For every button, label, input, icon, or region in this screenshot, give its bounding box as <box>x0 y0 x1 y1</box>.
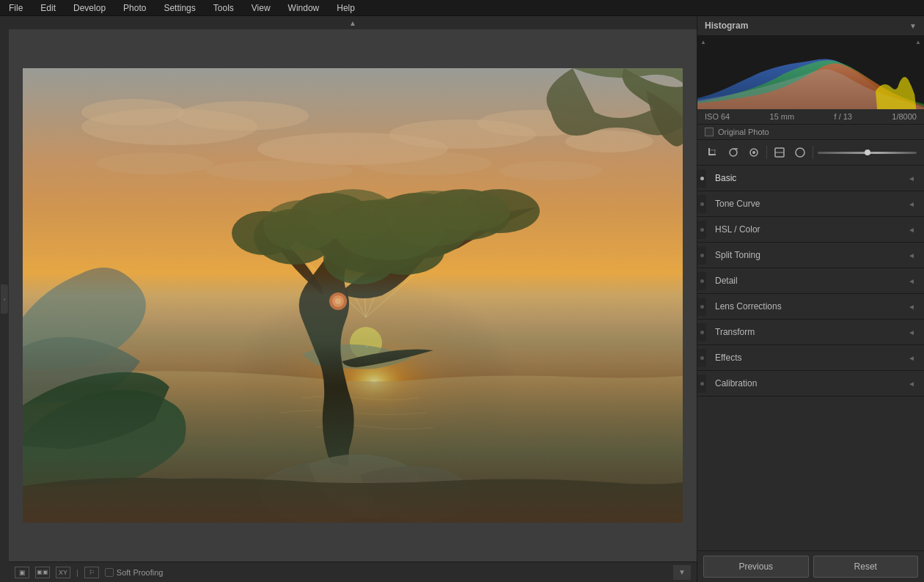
svg-point-33 <box>329 292 347 310</box>
flag-icon[interactable]: ⚐ <box>84 567 99 578</box>
menu-item-settings[interactable]: Settings <box>161 1 198 15</box>
panel-toggle-dot-calibration <box>700 382 704 386</box>
menu-item-file[interactable]: File <box>6 1 26 15</box>
svg-line-4 <box>366 222 404 317</box>
panel-row-effects[interactable]: Effects ◄ <box>697 345 924 371</box>
bottom-toolbar: ▣ ▣▣ XY | ⚐ Soft Proofing ▼ <box>9 561 697 582</box>
menu-item-tools[interactable]: Tools <box>210 1 237 15</box>
svg-point-11 <box>389 119 536 149</box>
reset-button[interactable]: Reset <box>813 556 919 578</box>
svg-point-13 <box>565 130 653 152</box>
crop-tool[interactable] <box>705 144 721 161</box>
svg-point-30 <box>386 191 481 246</box>
svg-point-2 <box>350 327 382 359</box>
spot-removal-tool[interactable] <box>725 144 741 161</box>
panel-row-lens-corrections[interactable]: Lens Corrections ◄ <box>697 294 924 320</box>
tools-separator-1 <box>766 146 767 159</box>
previous-button[interactable]: Previous <box>703 556 809 578</box>
panel-row-transform[interactable]: Transform ◄ <box>697 320 924 345</box>
histogram-canvas: ▲ ▲ <box>697 36 924 109</box>
panel-arrow-hsl-color: ◄ <box>908 226 915 234</box>
svg-point-12 <box>477 110 595 136</box>
svg-point-15 <box>96 152 213 174</box>
top-expand-bar[interactable]: ▲ <box>9 16 697 29</box>
left-panel-toggle-button[interactable]: › <box>1 284 8 314</box>
panel-label-text-hsl-color: HSL / Color <box>715 224 760 235</box>
panel-toggle-dot-detail <box>700 279 704 283</box>
radial-filter-tool[interactable] <box>792 144 808 161</box>
panel-toggle-hsl-color[interactable] <box>697 221 706 239</box>
panel-toggle-effects[interactable] <box>697 349 706 367</box>
panel-label-text-basic: Basic <box>715 173 736 183</box>
svg-point-9 <box>177 101 309 130</box>
iso-value: ISO 64 <box>705 112 730 121</box>
photo-container <box>23 68 683 523</box>
panel-arrow-detail: ◄ <box>908 277 915 285</box>
original-photo-label: Original Photo <box>718 128 769 136</box>
soft-proofing-checkbox[interactable] <box>105 568 114 577</box>
panel-toggle-dot-basic <box>700 177 704 180</box>
panel-toggle-lens-corrections[interactable] <box>697 298 706 316</box>
menu-item-window[interactable]: Window <box>285 1 323 15</box>
panel-toggle-transform[interactable] <box>697 323 706 342</box>
redeye-tool[interactable] <box>746 144 762 161</box>
panel-label-text-tone-curve: Tone Curve <box>715 199 760 209</box>
panel-row-basic[interactable]: Basic ◄ <box>697 166 924 191</box>
original-photo-checkbox[interactable] <box>705 128 714 136</box>
histogram-collapse-button[interactable]: ▼ <box>909 22 917 30</box>
panel-label-text-effects: Effects <box>715 353 741 363</box>
view-mode-icon-3[interactable]: XY <box>56 567 70 578</box>
panel-row-detail[interactable]: Detail ◄ <box>697 268 924 294</box>
panel-label-transform: Transform ◄ <box>706 320 924 345</box>
view-mode-icon-2[interactable]: ▣▣ <box>35 567 50 578</box>
menubar: FileEditDevelopPhotoSettingsToolsViewWin… <box>0 0 924 16</box>
svg-point-14 <box>257 133 448 165</box>
panel-toggle-basic[interactable] <box>697 169 706 188</box>
menu-item-edit[interactable]: Edit <box>37 1 59 15</box>
panel-row-calibration[interactable]: Calibration ◄ <box>697 371 924 397</box>
svg-line-5 <box>316 226 366 317</box>
zoom-slider[interactable] <box>818 152 917 154</box>
graduated-filter-tool[interactable] <box>771 144 788 161</box>
panel-toggle-dot-hsl-color <box>700 228 704 232</box>
panel-label-detail: Detail ◄ <box>706 268 924 293</box>
center-area: ▲ <box>9 16 697 582</box>
histogram-shadow-warning[interactable]: ▲ <box>700 39 706 45</box>
panel-arrow-tone-curve: ◄ <box>908 200 915 208</box>
panel-toggle-dot-tone-curve <box>700 202 704 206</box>
svg-point-19 <box>316 200 433 273</box>
bottom-expand-button[interactable]: ▼ <box>673 565 691 580</box>
photo-svg-overlay <box>23 68 683 523</box>
menu-item-photo[interactable]: Photo <box>120 1 149 15</box>
panel-row-split-toning[interactable]: Split Toning ◄ <box>697 243 924 268</box>
panel-row-tone-curve[interactable]: Tone Curve ◄ <box>697 191 924 217</box>
menu-item-develop[interactable]: Develop <box>70 1 109 15</box>
svg-point-40 <box>730 149 737 156</box>
svg-point-10 <box>81 99 184 125</box>
original-photo-row: Original Photo <box>697 125 924 140</box>
panel-toggle-calibration[interactable] <box>697 375 706 393</box>
menu-item-view[interactable]: View <box>249 1 274 15</box>
panel-label-hsl-color: HSL / Color ◄ <box>706 217 924 242</box>
soft-proofing-label: Soft Proofing <box>117 568 164 577</box>
histogram-section: Histogram ▼ ▲ ▲ <box>697 16 924 140</box>
zoom-slider-thumb[interactable] <box>865 150 870 155</box>
bottom-buttons-row: Previous Reset <box>697 550 924 582</box>
histogram-highlight-warning[interactable]: ▲ <box>915 39 921 45</box>
panel-toggle-tone-curve[interactable] <box>697 195 706 213</box>
panel-toggle-split-toning[interactable] <box>697 246 706 265</box>
panel-row-hsl-color[interactable]: HSL / Color ◄ <box>697 217 924 243</box>
menu-item-help[interactable]: Help <box>334 1 358 15</box>
view-mode-icon-1[interactable]: ▣ <box>15 567 29 578</box>
panel-label-text-split-toning: Split Toning <box>715 250 760 260</box>
panel-arrow-basic: ◄ <box>908 174 915 183</box>
panel-label-text-transform: Transform <box>715 327 755 337</box>
panel-label-calibration: Calibration ◄ <box>706 371 924 396</box>
panel-arrow-split-toning: ◄ <box>908 251 915 259</box>
left-panel-collapse[interactable]: › <box>0 16 9 582</box>
histogram-title: Histogram <box>705 21 748 31</box>
tools-separator-2 <box>813 146 813 159</box>
svg-point-46 <box>796 148 804 157</box>
panel-toggle-detail[interactable] <box>697 272 706 290</box>
panel-toggle-dot-transform <box>700 331 704 334</box>
